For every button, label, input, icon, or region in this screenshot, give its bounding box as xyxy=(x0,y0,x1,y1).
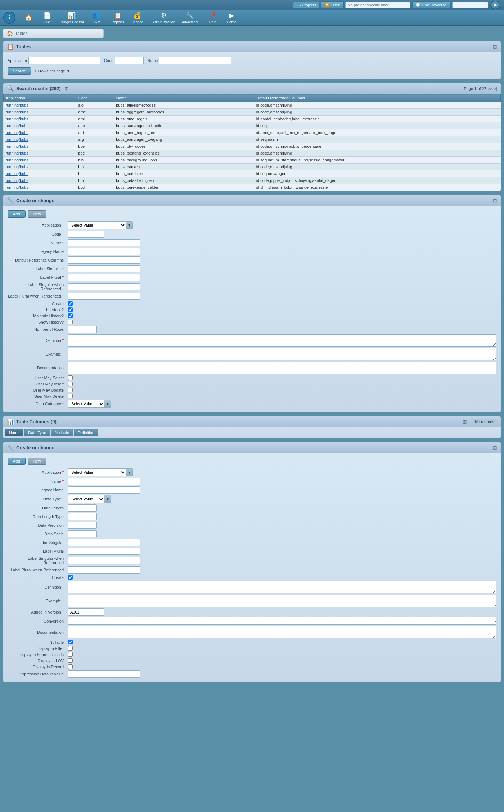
app-link[interactable]: running/bubs xyxy=(6,158,29,162)
f2-application-select[interactable]: Select Value xyxy=(68,469,126,476)
menu-finance[interactable]: 💰 Finance xyxy=(128,10,147,26)
pagination-last[interactable]: >| xyxy=(494,86,497,91)
filter-button[interactable]: 🔽 Filter: xyxy=(321,1,344,8)
time-travel-input[interactable] xyxy=(452,2,488,8)
app-link[interactable]: running/bubs xyxy=(6,103,29,107)
f2-displayrecord-checkbox[interactable] xyxy=(68,664,73,669)
f2-datascale-input[interactable] xyxy=(68,530,97,537)
f1-interface-checkbox[interactable] xyxy=(68,307,73,312)
f2-datalengthtype-input[interactable] xyxy=(68,513,97,520)
f1-application-select[interactable]: Select Value xyxy=(68,222,126,229)
f2-expressiondefault-input[interactable] xyxy=(68,670,140,678)
tc-col-name[interactable]: Name xyxy=(5,429,23,436)
menu-budget[interactable]: 📊 Budget Control xyxy=(57,10,87,26)
menu-home[interactable]: 🏠 xyxy=(19,12,37,23)
f1-app-arrow[interactable]: ▼ xyxy=(126,222,132,229)
menu-file[interactable]: 📄 File xyxy=(38,10,56,26)
app-link[interactable]: running/bubs xyxy=(6,124,29,128)
f1-usermayupdate-checkbox[interactable] xyxy=(68,388,73,392)
pagination-next[interactable]: >> xyxy=(488,86,492,91)
f2-example-textarea[interactable] xyxy=(68,595,496,607)
tc-col-datatype[interactable]: Data Type xyxy=(24,429,50,436)
add-button-1[interactable]: Add xyxy=(8,210,26,218)
new-button-2[interactable]: New xyxy=(28,458,46,465)
rows-per-page-arrow[interactable]: ▼ xyxy=(67,69,71,73)
f2-displayfilter-checkbox[interactable] xyxy=(68,646,73,651)
f2-addedversion-input[interactable] xyxy=(68,608,104,616)
f1-usermaydelete-checkbox[interactable] xyxy=(68,394,73,398)
f1-definition-textarea[interactable] xyxy=(68,334,496,347)
f2-documentation-textarea[interactable] xyxy=(68,626,496,638)
f1-usermayupdate-value xyxy=(68,388,496,392)
f2-labplurref-input[interactable] xyxy=(68,566,140,574)
filter-input[interactable] xyxy=(345,2,410,8)
app-link[interactable]: running/bubs xyxy=(6,144,29,148)
search-button[interactable]: Search xyxy=(8,67,31,75)
go-button[interactable]: ▶ xyxy=(490,1,500,9)
app-link[interactable]: running/bubs xyxy=(6,151,29,155)
f1-numrows-input[interactable] xyxy=(68,326,97,333)
new-button-1[interactable]: New xyxy=(28,210,46,218)
results-collapse[interactable]: ⊞ xyxy=(64,86,69,92)
menu-demo[interactable]: ▶ Demo xyxy=(222,10,240,26)
f2-labsingref-input[interactable] xyxy=(68,557,140,564)
f2-datatype-arrow[interactable]: ▼ xyxy=(104,495,111,503)
application-input[interactable] xyxy=(28,57,100,64)
f1-datacategory-select[interactable]: Select Value xyxy=(68,400,104,407)
menu-crm[interactable]: 👥 CRM xyxy=(87,10,105,26)
f2-labplur-input[interactable] xyxy=(68,548,140,555)
f2-dataprecision-input[interactable] xyxy=(68,522,97,529)
app-link[interactable]: running/bubs xyxy=(6,165,29,169)
f1-legacy-input[interactable] xyxy=(68,248,140,255)
name-input[interactable] xyxy=(159,57,231,64)
f1-documentation-textarea[interactable] xyxy=(68,362,496,374)
menu-help[interactable]: ❓ Help xyxy=(204,10,222,26)
app-link[interactable]: running/bubs xyxy=(6,130,29,135)
f2-displaylov-checkbox[interactable] xyxy=(68,658,73,663)
tc-collapse[interactable]: ⊞ xyxy=(463,419,467,425)
menu-admin[interactable]: ⚙ Administration xyxy=(149,10,178,26)
f1-example-textarea[interactable] xyxy=(68,348,496,360)
crm-icon: 👥 xyxy=(93,12,100,19)
f1-defref-input[interactable] xyxy=(68,256,140,264)
app-link[interactable]: running/bubs xyxy=(6,137,29,142)
time-travel-button[interactable]: 🕐 Time Travel to: xyxy=(412,1,451,8)
menu-advanced[interactable]: 🔧 Advanced xyxy=(179,10,201,26)
f2-name-input[interactable] xyxy=(68,478,140,485)
f1-labsing-input[interactable] xyxy=(68,265,140,272)
create-collapse-2[interactable]: ⊞ xyxy=(493,445,497,451)
f1-name-input[interactable] xyxy=(68,239,140,246)
f2-labsing-input[interactable] xyxy=(68,539,140,546)
f1-maintainhistory-checkbox[interactable] xyxy=(68,313,73,318)
f2-legacy-input[interactable] xyxy=(68,486,140,494)
create-collapse-1[interactable]: ⊞ xyxy=(493,198,497,204)
app-link[interactable]: running/bubs xyxy=(6,117,29,121)
tc-col-definition[interactable]: Definition xyxy=(74,429,98,436)
app-link[interactable]: running/bubs xyxy=(6,178,29,183)
f1-labplurref-input[interactable] xyxy=(68,293,140,300)
f1-showhistory-checkbox[interactable] xyxy=(68,320,73,324)
tc-col-nullable[interactable]: Nullable xyxy=(51,429,73,436)
tables-panel-collapse[interactable]: ⊞ xyxy=(493,44,497,50)
f1-code-input[interactable] xyxy=(68,231,104,238)
f2-datalength-input[interactable] xyxy=(68,504,97,512)
app-link[interactable]: running/bubs xyxy=(6,171,29,176)
f2-conversion-textarea[interactable] xyxy=(68,617,496,625)
f2-app-arrow[interactable]: ▼ xyxy=(126,469,132,476)
f2-definition-textarea[interactable] xyxy=(68,581,496,593)
f1-create-checkbox[interactable] xyxy=(68,301,73,306)
f2-create-checkbox[interactable] xyxy=(68,575,73,580)
f1-labplur-input[interactable] xyxy=(68,274,140,281)
app-link[interactable]: running/bubs xyxy=(6,110,29,114)
f2-datatype-select[interactable]: Select Value xyxy=(68,495,104,503)
add-button-2[interactable]: Add xyxy=(8,458,26,465)
f1-labsingref-input[interactable] xyxy=(68,283,140,290)
f2-displaysearch-checkbox[interactable] xyxy=(68,652,73,657)
menu-reports[interactable]: 📋 Reports xyxy=(109,10,127,26)
f1-usermayselect-checkbox[interactable] xyxy=(68,375,73,380)
app-link[interactable]: running/bubs xyxy=(6,185,29,189)
code-input[interactable] xyxy=(115,57,144,64)
f1-datacategory-arrow[interactable]: ▼ xyxy=(104,400,111,407)
f2-nullable-checkbox[interactable] xyxy=(68,640,73,644)
f1-usermayinsert-checkbox[interactable] xyxy=(68,382,73,386)
